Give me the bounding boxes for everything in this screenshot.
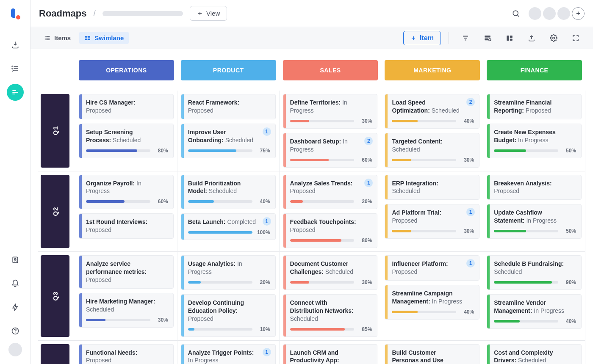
board-cell: Usage Analytics: In Progress20%Develop C… [177,252,280,340]
card-stripe [487,256,490,290]
nav-help-icon[interactable] [7,323,24,339]
add-member-button[interactable]: + [572,7,585,20]
card-status: Proposed [86,107,111,114]
card-progress-row: 40% [389,309,474,315]
roadmap-card[interactable]: Build Customer Personas and Use Cases: P… [385,344,479,364]
roadmap-card[interactable]: Build Prioritization Model: Scheduled40% [181,175,276,210]
roadmap-card[interactable]: Streamline Vendor Management: In Progres… [487,294,582,329]
roadmap-card[interactable]: Beta Launch: Completed1100% [181,213,276,240]
roadmap-card[interactable]: Setup Screening Process: Scheduled80% [79,124,174,158]
roadmap-card[interactable]: Streamline Campaign Management: In Progr… [385,285,479,320]
roadmap-card[interactable]: 1st Round Interviews: Proposed [79,213,174,239]
roadmap-card[interactable]: Analyze service performance metrics: Pro… [79,255,174,289]
progress-percent: 30% [155,317,168,323]
quarter-pill-q2[interactable]: Q2 [41,175,69,248]
view-items-tab[interactable]: Items [39,32,76,44]
roadmap-card[interactable]: Create New Expenses Budget: In Progress5… [487,124,582,158]
card-badge[interactable]: 1 [263,348,271,356]
progress-fill [188,281,201,284]
progress-percent: 90% [563,279,576,285]
roadmap-card[interactable]: Organize Payroll: In Progress60% [79,175,174,210]
roadmap-card[interactable]: Load Speed Optimization: Scheduled240% [385,94,479,129]
fullscreen-icon[interactable] [569,32,582,44]
progress-fill [188,149,236,152]
progress-percent: 30% [460,228,474,234]
roadmap-card[interactable]: Ad Platform Trial: Proposed130% [385,204,479,239]
quarter-pill-q3[interactable]: Q3 [41,255,69,336]
column-header-marketing[interactable]: MARKETING [385,60,480,80]
roadmap-card[interactable]: ERP Integration: Scheduled [385,175,479,200]
card-title-line: Hire CS Manager: Proposed [83,99,168,115]
roadmap-card[interactable]: Cost and Complexity Drivers: Scheduled30… [487,344,582,364]
nav-roadmap-icon[interactable] [7,84,24,101]
quarter-pill-q4[interactable]: Q4 [41,344,69,364]
board-cell: Document Customer Challenges: Scheduled3… [280,252,382,340]
roadmap-card[interactable]: Targeted Content: Scheduled30% [385,133,479,168]
board-cell: Build Prioritization Model: Scheduled40%… [177,171,280,252]
nav-activity-icon[interactable] [7,299,24,316]
card-badge[interactable]: 1 [263,127,271,136]
progress-fill [290,159,329,161]
card-stripe [79,175,82,209]
layout-icon[interactable] [503,32,516,44]
quarter-pill-q1[interactable]: Q1 [41,94,69,168]
svg-point-0 [12,66,13,67]
roadmap-card[interactable]: Functional Needs: Proposed [79,344,174,364]
card-badge[interactable]: 1 [263,217,271,226]
roadmap-card[interactable]: Improve User Onboarding: Scheduled175% [181,124,276,158]
card-title-line: Develop Continuing Education Policy: Pro… [186,299,270,323]
card-stripe [79,124,82,158]
card-badge[interactable]: 1 [364,179,373,187]
roadmap-card[interactable]: React Framework: Proposed [181,94,276,119]
link-settings-icon[interactable] [481,32,494,44]
roadmap-card[interactable]: Connect with Distribution Networks: Sche… [283,294,378,337]
progress-percent: 100% [257,229,270,235]
roadmap-card[interactable]: Analyze Trigger Points: In Progress150% [181,344,276,364]
progress-track [290,200,355,203]
nav-import-icon[interactable] [7,36,24,53]
column-header-sales[interactable]: SALES [283,60,378,80]
row-label: Q3 [38,252,75,340]
add-view-button[interactable]: View [190,6,227,21]
nav-notifications-icon[interactable] [7,275,24,292]
card-progress-row: 20% [186,279,270,285]
board-cell: Streamline Financial Reporting: Proposed… [483,91,585,171]
nav-list-icon[interactable] [7,60,24,77]
avatar[interactable] [557,7,570,20]
roadmap-card[interactable]: Streamline Financial Reporting: Proposed [487,94,582,119]
card-status: In Progress [534,307,564,314]
roadmap-card[interactable]: Hire CS Manager: Proposed [79,94,174,119]
roadmap-card[interactable]: Launch CRM and Productivity App: Schedul… [283,344,378,364]
roadmap-card[interactable]: Dashboard Setup: In Progress260% [283,133,378,168]
roadmap-card[interactable]: Feedback Touchpoints: Proposed80% [283,213,378,248]
roadmap-card[interactable]: Usage Analytics: In Progress20% [181,255,276,290]
roadmap-card[interactable]: Define Territories: In Progress30% [283,94,378,129]
roadmap-card[interactable]: Hire Marketing Manager: Scheduled30% [79,293,174,328]
export-icon[interactable] [525,32,538,44]
view-swimlane-tab[interactable]: Swimlane [79,32,129,44]
roadmap-card[interactable]: Analyze Sales Trends: Proposed120% [283,175,378,210]
filter-icon[interactable] [459,32,472,44]
add-item-button[interactable]: Item [403,31,441,45]
column-header-finance[interactable]: FINANCE [487,60,582,80]
roadmap-card[interactable]: Breakeven Analysis: Proposed [487,175,582,200]
nav-profile-avatar[interactable] [8,343,22,356]
card-title-line: 1st Round Interviews: Proposed [83,218,168,234]
card-stripe [385,345,388,364]
avatar[interactable] [543,7,556,20]
column-header-product[interactable]: PRODUCT [181,60,276,80]
svg-rect-18 [510,36,513,38]
column-header-operations[interactable]: OPERATIONS [79,60,174,80]
card-title-line: Functional Needs: Proposed [83,349,168,364]
roadmap-card[interactable]: Develop Continuing Education Policy: Pro… [181,294,276,337]
avatar[interactable] [529,7,541,20]
roadmap-card[interactable]: Schedule B Fundraising: Scheduled90% [487,255,582,290]
progress-fill [392,120,418,122]
roadmap-card[interactable]: Influencer Platform: Proposed1 [385,255,479,281]
search-icon[interactable] [510,8,522,19]
nav-contacts-icon[interactable] [7,251,24,268]
roadmap-card[interactable]: Document Customer Challenges: Scheduled3… [283,255,378,290]
roadmap-card[interactable]: Update Cashflow Statement: In Progress50… [487,204,582,239]
settings-icon[interactable] [547,32,560,44]
card-progress-row: 100% [186,229,270,235]
